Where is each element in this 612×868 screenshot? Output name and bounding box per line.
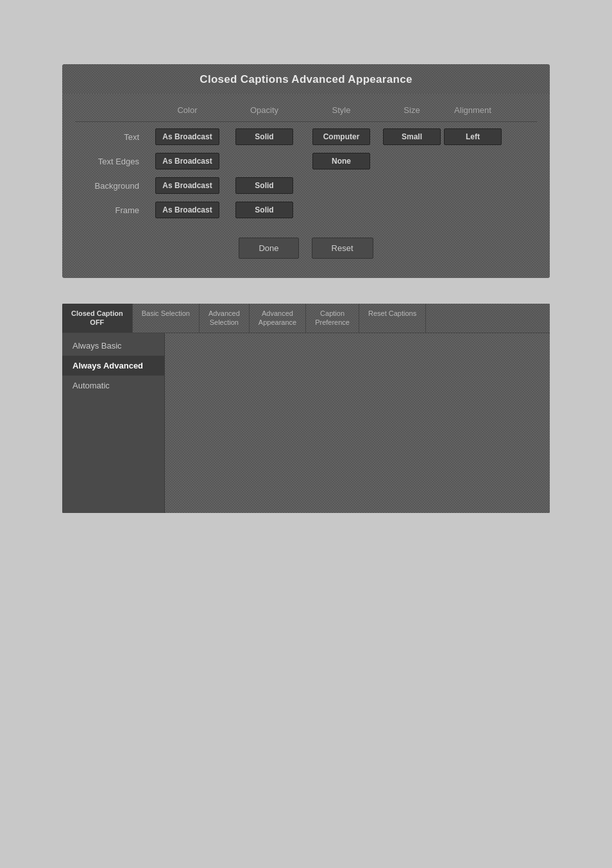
bg-opacity-cell[interactable]: Solid [229, 177, 300, 194]
list-item-always-advanced[interactable]: Always Advanced [62, 356, 164, 376]
tab-advanced-appearance[interactable]: AdvancedAppearance [250, 304, 306, 333]
bg-color-cell[interactable]: As Broadcast [146, 177, 229, 194]
col-size: Size [383, 105, 441, 115]
list-item-automatic[interactable]: Automatic [62, 376, 164, 395]
text-size-cell[interactable]: Small [383, 128, 441, 145]
list-item-always-basic[interactable]: Always Basic [62, 336, 164, 356]
text-edges-row: Text Edges As Broadcast None [75, 149, 537, 173]
bg-opacity-btn[interactable]: Solid [235, 177, 293, 194]
frame-color-btn[interactable]: As Broadcast [155, 202, 219, 218]
tab-advanced-selection[interactable]: AdvancedSelection [200, 304, 250, 333]
frame-opacity-cell[interactable]: Solid [229, 202, 300, 218]
bottom-panel: Closed CaptionOFF Basic Selection Advanc… [62, 304, 550, 513]
top-panel: Closed Captions Advanced Appearance Colo… [62, 64, 550, 278]
col-style: Style [300, 105, 383, 115]
col-opacity: Opacity [229, 105, 300, 115]
text-edges-label: Text Edges [75, 157, 146, 166]
text-alignment-cell[interactable]: Left [441, 128, 505, 145]
text-color-cell[interactable]: As Broadcast [146, 128, 229, 145]
frame-color-cell[interactable]: As Broadcast [146, 202, 229, 218]
text-opacity-cell[interactable]: Solid [229, 128, 300, 145]
bottom-body: Always Basic Always Advanced Automatic [62, 333, 550, 513]
side-list: Always Basic Always Advanced Automatic [62, 333, 165, 513]
tab-reset-captions[interactable]: Reset Captions [359, 304, 426, 333]
frame-label: Frame [75, 205, 146, 215]
background-row: Background As Broadcast Solid [75, 173, 537, 198]
reset-button[interactable]: Reset [312, 238, 373, 259]
text-alignment-btn[interactable]: Left [444, 128, 502, 145]
edges-style-btn[interactable]: None [312, 153, 370, 169]
done-button[interactable]: Done [239, 238, 298, 259]
text-row: Text As Broadcast Solid Computer Small L… [75, 125, 537, 149]
text-label: Text [75, 132, 146, 142]
text-size-btn[interactable]: Small [383, 128, 441, 145]
col-alignment: Alignment [441, 105, 505, 115]
tab-caption-preference[interactable]: CaptionPreference [306, 304, 359, 333]
panel-body: Color Opacity Style Size Alignment Text … [62, 94, 550, 278]
panel-title-text: Closed Captions Advanced Appearance [200, 73, 412, 85]
tab-bar: Closed CaptionOFF Basic Selection Advanc… [62, 304, 550, 333]
edges-color-btn[interactable]: As Broadcast [155, 153, 219, 169]
action-buttons: Done Reset [75, 238, 537, 259]
text-opacity-btn[interactable]: Solid [235, 128, 293, 145]
col-spacer [75, 105, 146, 115]
text-style-cell[interactable]: Computer [300, 128, 383, 145]
edges-color-cell[interactable]: As Broadcast [146, 153, 229, 169]
col-color: Color [146, 105, 229, 115]
panel-title: Closed Captions Advanced Appearance [62, 64, 550, 94]
edges-style-cell[interactable]: None [300, 153, 383, 169]
background-label: Background [75, 181, 146, 191]
bg-color-btn[interactable]: As Broadcast [155, 177, 219, 194]
frame-row: Frame As Broadcast Solid [75, 198, 537, 222]
column-headers: Color Opacity Style Size Alignment [75, 100, 537, 119]
text-color-btn[interactable]: As Broadcast [155, 128, 219, 145]
text-style-btn[interactable]: Computer [312, 128, 370, 145]
content-area [165, 333, 550, 513]
tab-closed-caption-off[interactable]: Closed CaptionOFF [62, 304, 133, 333]
frame-opacity-btn[interactable]: Solid [235, 202, 293, 218]
tab-basic-selection[interactable]: Basic Selection [133, 304, 200, 333]
